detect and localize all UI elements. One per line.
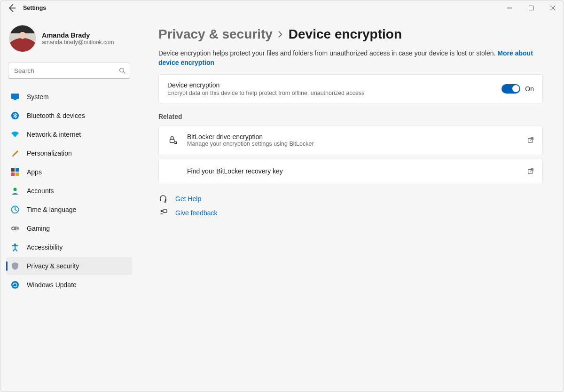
svg-rect-28 — [163, 210, 167, 212]
svg-point-5 — [120, 68, 124, 72]
maximize-button[interactable] — [520, 0, 542, 16]
recovery-key-card[interactable]: Find your BitLocker recovery key — [158, 158, 543, 184]
chevron-right-icon — [277, 30, 284, 39]
profile-email: amanda.brady@outlook.com — [42, 39, 114, 46]
maximize-icon — [529, 6, 533, 10]
svg-rect-7 — [11, 94, 19, 99]
shield-icon — [11, 262, 19, 270]
sidebar-item-label: Privacy & security — [27, 262, 79, 270]
sidebar-item-network[interactable]: Network & internet — [6, 125, 132, 143]
link-card-title: Find your BitLocker recovery key — [187, 167, 519, 175]
avatar — [9, 25, 36, 52]
sidebar-item-apps[interactable]: Apps — [6, 163, 132, 181]
sidebar-item-privacy-security[interactable]: Privacy & security — [6, 257, 132, 275]
feedback-icon — [158, 209, 168, 217]
search-input[interactable] — [8, 63, 130, 78]
sidebar-item-label: Accessibility — [27, 243, 63, 251]
sidebar-item-label: Network & internet — [27, 131, 81, 138]
description-text: Device encryption helps protect your fil… — [158, 49, 497, 57]
sidebar-item-system[interactable]: System — [6, 88, 132, 106]
nav: System Bluetooth & devices Network & int… — [6, 88, 132, 294]
minimize-button[interactable] — [499, 0, 520, 16]
svg-rect-21 — [170, 139, 174, 142]
search-box — [8, 63, 130, 78]
sidebar-item-label: Personalization — [27, 149, 72, 157]
person-icon — [11, 187, 19, 195]
sidebar-item-label: Accounts — [27, 187, 54, 195]
sidebar-item-time-language[interactable]: Time & language — [6, 201, 132, 219]
svg-rect-10 — [11, 168, 15, 172]
link-card-title: BitLocker drive encryption — [187, 133, 519, 141]
sidebar-item-accounts[interactable]: Accounts — [6, 182, 132, 200]
app-title: Settings — [23, 5, 46, 11]
close-button[interactable] — [542, 0, 564, 16]
sidebar-item-bluetooth[interactable]: Bluetooth & devices — [6, 107, 132, 125]
svg-rect-25 — [165, 199, 166, 201]
window-controls — [499, 0, 564, 16]
update-icon — [11, 281, 19, 289]
headset-icon — [158, 195, 168, 203]
give-feedback-link[interactable]: Give feedback — [158, 209, 543, 217]
bitlocker-card[interactable]: BitLocker drive encryption Manage your e… — [158, 125, 543, 155]
page-description: Device encryption helps protect your fil… — [158, 48, 543, 68]
external-link-icon — [527, 168, 534, 174]
link-card-subtitle: Manage your encryption settings using Bi… — [187, 141, 519, 147]
main-content: Privacy & security Device encryption Dev… — [141, 16, 564, 392]
monitor-icon — [11, 93, 19, 101]
sidebar-item-label: Gaming — [27, 225, 50, 232]
footer-links: Get Help Give feedback — [158, 195, 543, 217]
sidebar-item-label: System — [27, 93, 49, 101]
svg-rect-8 — [14, 99, 16, 100]
sidebar: Amanda Brady amanda.brady@outlook.com Sy… — [0, 16, 141, 392]
gamepad-icon — [11, 224, 19, 233]
search-icon — [119, 67, 125, 74]
svg-rect-11 — [16, 168, 19, 172]
breadcrumb: Privacy & security Device encryption — [158, 27, 543, 42]
bluetooth-icon — [11, 111, 19, 120]
svg-line-6 — [124, 72, 125, 74]
lock-drive-icon — [167, 135, 179, 145]
svg-point-14 — [14, 188, 17, 191]
svg-rect-2 — [529, 6, 533, 10]
external-link-icon — [527, 137, 534, 143]
page-title: Device encryption — [289, 27, 402, 42]
svg-point-27 — [161, 210, 163, 212]
globe-clock-icon — [11, 205, 19, 214]
svg-point-17 — [16, 227, 17, 228]
device-encryption-card: Device encryption Encrypt data on this d… — [158, 74, 543, 103]
profile-name: Amanda Brady — [42, 31, 114, 39]
sidebar-item-label: Apps — [27, 168, 42, 176]
sidebar-item-windows-update[interactable]: Windows Update — [6, 276, 132, 294]
svg-rect-13 — [16, 172, 19, 176]
profile[interactable]: Amanda Brady amanda.brady@outlook.com — [6, 23, 132, 60]
sidebar-item-personalization[interactable]: Personalization — [6, 144, 132, 162]
sidebar-item-label: Bluetooth & devices — [27, 112, 85, 119]
wifi-icon — [11, 130, 19, 139]
related-header: Related — [158, 113, 543, 120]
footer-link-label: Get Help — [175, 195, 201, 203]
back-button[interactable] — [7, 3, 16, 13]
breadcrumb-parent[interactable]: Privacy & security — [158, 27, 273, 42]
svg-point-19 — [14, 243, 16, 245]
device-encryption-subtitle: Encrypt data on this device to help prot… — [167, 90, 364, 96]
svg-rect-12 — [11, 172, 15, 176]
toggle-state-label: On — [525, 85, 534, 93]
apps-icon — [11, 168, 19, 176]
paintbrush-icon — [11, 149, 19, 157]
sidebar-item-accessibility[interactable]: Accessibility — [6, 238, 132, 256]
get-help-link[interactable]: Get Help — [158, 195, 543, 203]
svg-point-18 — [16, 229, 17, 230]
device-encryption-toggle[interactable] — [501, 84, 520, 94]
svg-rect-24 — [160, 199, 161, 201]
accessibility-icon — [11, 243, 19, 251]
title-bar: Settings — [0, 0, 564, 16]
device-encryption-title: Device encryption — [167, 81, 364, 89]
sidebar-item-label: Time & language — [27, 206, 76, 213]
sidebar-item-label: Windows Update — [27, 281, 77, 289]
svg-point-26 — [164, 201, 166, 203]
footer-link-label: Give feedback — [175, 209, 218, 217]
minimize-icon — [507, 6, 512, 10]
sidebar-item-gaming[interactable]: Gaming — [6, 220, 132, 237]
arrow-left-icon — [7, 3, 16, 13]
close-icon — [550, 6, 555, 10]
